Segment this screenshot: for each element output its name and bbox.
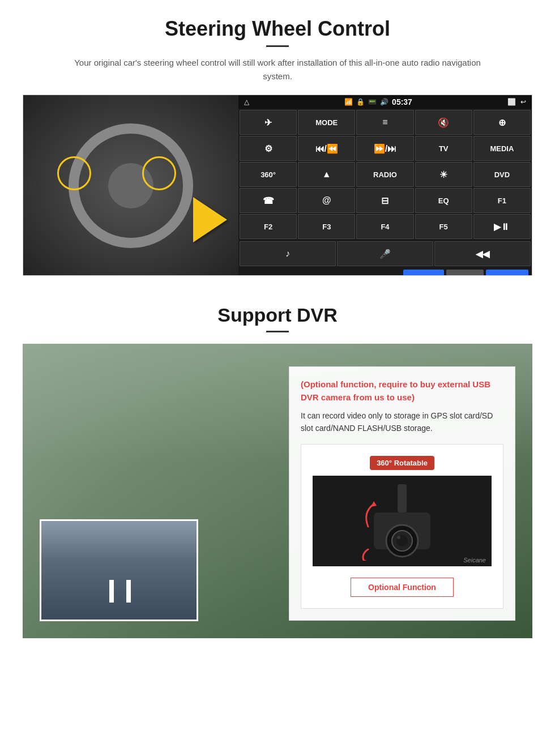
dvr-divider xyxy=(266,331,289,332)
dvr-photo-area: (Optional function, require to buy exter… xyxy=(23,344,532,638)
dvr-description: It can record video only to storage in G… xyxy=(301,409,503,435)
dvr-small-photo-inner xyxy=(41,521,197,620)
start-button[interactable]: Start xyxy=(403,270,444,276)
media-btn[interactable]: MEDIA xyxy=(473,136,531,161)
screen-btn[interactable]: ⊟ xyxy=(356,188,413,213)
vol-prev-btn[interactable]: ◀◀ xyxy=(434,241,531,266)
internet-btn[interactable]: @ xyxy=(298,188,355,213)
svg-marker-6 xyxy=(371,501,377,507)
road-line-2 xyxy=(126,580,131,603)
camera-product-box: 360° Rotatable xyxy=(301,444,503,609)
mode-btn[interactable]: MODE xyxy=(298,110,355,135)
menu-btn[interactable]: ≡ xyxy=(356,110,413,135)
lock-icon: 🔒 xyxy=(356,98,365,106)
home-icon[interactable]: △ xyxy=(244,98,249,106)
wifi-icon: 📶 xyxy=(344,98,353,106)
panel-topbar: △ 📶 🔒 📟 🔊 05:37 ⬜ ↩ xyxy=(238,95,532,109)
dvd-btn[interactable]: DVD xyxy=(473,162,531,187)
status-icons: 📶 🔒 📟 🔊 05:37 xyxy=(344,97,412,106)
button-grid-row1: ✈ MODE ≡ 🔇 ⊕ ⚙ ⏮/⏪ ⏩/⏭ TV MEDIA 360° ▲ R… xyxy=(238,109,532,240)
back-icon[interactable]: ↩ xyxy=(520,98,526,106)
clear-button[interactable]: Clear xyxy=(486,270,528,276)
signal-icon: 📟 xyxy=(368,98,377,106)
phone-btn[interactable]: ☎ xyxy=(240,188,297,213)
svg-point-5 xyxy=(397,536,400,539)
sound-icon: 🔊 xyxy=(380,98,388,106)
window-icon[interactable]: ⬜ xyxy=(507,98,516,106)
yellow-highlight-right xyxy=(142,156,176,190)
dvr-section: Support DVR (Optional function, require … xyxy=(0,287,555,655)
nav-btn[interactable]: ✈ xyxy=(240,110,297,135)
divider xyxy=(266,45,289,47)
radio-btn[interactable]: RADIO xyxy=(356,162,413,187)
settings-btn[interactable]: ⚙ xyxy=(240,136,297,161)
panel-action-buttons: Start End Clear xyxy=(238,267,532,276)
yellow-highlight-left xyxy=(57,156,91,190)
steering-photo xyxy=(23,95,238,276)
road-line-1 xyxy=(109,580,114,603)
f2-btn[interactable]: F2 xyxy=(240,214,297,239)
steering-photo-inner xyxy=(23,95,238,276)
brightness-btn[interactable]: ☀ xyxy=(415,162,472,187)
camera-svg xyxy=(351,481,453,561)
mic-btn[interactable]: 🎤 xyxy=(337,241,433,266)
music-btn[interactable]: ♪ xyxy=(240,241,336,266)
camera-image: Seicane xyxy=(313,476,492,566)
clock-display: 05:37 xyxy=(392,97,412,106)
360-btn[interactable]: 360° xyxy=(240,162,297,187)
f3-btn[interactable]: F3 xyxy=(298,214,355,239)
tv-btn[interactable]: TV xyxy=(415,136,472,161)
mute-btn[interactable]: 🔇 xyxy=(415,110,472,135)
eq-btn[interactable]: EQ xyxy=(415,188,472,213)
f5-btn[interactable]: F5 xyxy=(415,214,472,239)
watermark: Seicane xyxy=(463,557,486,563)
dvr-info-card: (Optional function, require to buy exter… xyxy=(289,366,515,621)
end-button[interactable]: End xyxy=(446,270,484,276)
next-btn[interactable]: ⏩/⏭ xyxy=(356,136,413,161)
prev-btn[interactable]: ⏮/⏪ xyxy=(298,136,355,161)
dvr-inset-photo xyxy=(40,519,198,621)
dvr-title: Support DVR xyxy=(23,304,532,326)
svg-rect-0 xyxy=(398,484,407,512)
apps-btn[interactable]: ⊕ xyxy=(473,110,531,135)
optional-text: (Optional function, require to buy exter… xyxy=(301,378,503,404)
steering-content-area: △ 📶 🔒 📟 🔊 05:37 ⬜ ↩ ✈ MODE ≡ 🔇 xyxy=(23,95,532,276)
eject-btn[interactable]: ▲ xyxy=(298,162,355,187)
optional-function-button[interactable]: Optional Function xyxy=(351,578,454,597)
play-pause-btn[interactable]: ▶⏸ xyxy=(473,214,531,239)
yellow-arrow xyxy=(193,197,227,242)
topbar-right: ⬜ ↩ xyxy=(507,98,526,106)
steering-section: Steering Wheel Control Your original car… xyxy=(0,0,555,287)
f4-btn[interactable]: F4 xyxy=(356,214,413,239)
control-panel: △ 📶 🔒 📟 🔊 05:37 ⬜ ↩ ✈ MODE ≡ 🔇 xyxy=(238,95,532,275)
steering-description: Your original car's steering wheel contr… xyxy=(65,56,490,83)
steering-title: Steering Wheel Control xyxy=(23,17,532,41)
f1-btn[interactable]: F1 xyxy=(473,188,531,213)
camera-badge: 360° Rotatable xyxy=(370,456,434,470)
panel-bottom-row: ♪ 🎤 ◀◀ xyxy=(238,240,532,267)
